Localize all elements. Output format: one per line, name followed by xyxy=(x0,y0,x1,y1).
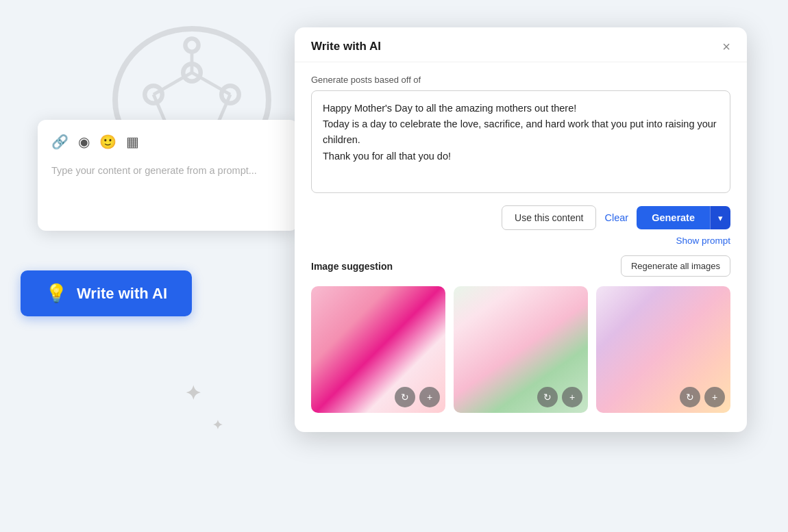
generate-label: Generate posts based off of xyxy=(311,75,730,85)
image-3-overlay: ↻ + xyxy=(680,387,725,407)
editor-placeholder: Type your content or generate from a pro… xyxy=(51,160,284,217)
write-ai-label: Write with AI xyxy=(77,285,167,303)
ai-modal: Write with AI × Generate posts based off… xyxy=(295,27,747,432)
editor-card: 🔗 ◉ 🙂 ▦ Type your content or generate fr… xyxy=(38,120,298,231)
modal-title: Write with AI xyxy=(311,40,381,53)
image-thumb-3: ↻ + xyxy=(596,286,730,413)
image-thumb-2: ↻ + xyxy=(454,286,588,413)
image-section-header: Image suggestion Regenerate all images xyxy=(311,255,730,277)
link-icon[interactable]: 🔗 xyxy=(51,134,69,150)
svg-point-11 xyxy=(185,38,198,51)
modal-close-button[interactable]: × xyxy=(722,40,730,53)
image-3-refresh-button[interactable]: ↻ xyxy=(680,387,700,407)
modal-body: Generate posts based off of Happy Mother… xyxy=(295,62,747,196)
generate-btn-group: Generate ▾ xyxy=(637,206,730,229)
modal-header: Write with AI × xyxy=(295,27,747,62)
image-2-add-button[interactable]: + xyxy=(562,387,582,407)
write-ai-button[interactable]: 💡 Write with AI xyxy=(21,270,192,316)
action-row: Use this content Clear Generate ▾ xyxy=(295,205,747,230)
image-1-refresh-button[interactable]: ↻ xyxy=(395,387,415,407)
sparkle-small: ✦ xyxy=(212,418,223,433)
sparkle-large: ✦ xyxy=(185,382,201,405)
generate-textarea[interactable]: Happy Mother's Day to all the amazing mo… xyxy=(311,90,730,193)
image-3-add-button[interactable]: + xyxy=(704,387,725,407)
image-2-overlay: ↻ + xyxy=(537,387,582,407)
image-section: Image suggestion Regenerate all images ↻… xyxy=(295,246,747,413)
use-content-button[interactable]: Use this content xyxy=(502,205,596,230)
grid-icon[interactable]: ▦ xyxy=(126,134,139,150)
regenerate-all-button[interactable]: Regenerate all images xyxy=(621,255,730,277)
image-2-refresh-button[interactable]: ↻ xyxy=(537,387,558,407)
show-prompt-link[interactable]: Show prompt xyxy=(676,236,730,246)
bulb-icon: 💡 xyxy=(45,283,67,304)
editor-toolbar: 🔗 ◉ 🙂 ▦ xyxy=(51,134,284,150)
show-prompt-row: Show prompt xyxy=(295,230,747,246)
image-1-add-button[interactable]: + xyxy=(419,387,440,407)
generate-button[interactable]: Generate xyxy=(637,206,710,229)
svg-line-6 xyxy=(192,73,230,94)
image-thumb-1: ↻ + xyxy=(311,286,445,413)
image-grid: ↻ + ↻ + ↻ + xyxy=(311,286,730,413)
clear-button[interactable]: Clear xyxy=(604,212,628,223)
image-1-overlay: ↻ + xyxy=(395,387,440,407)
svg-line-5 xyxy=(153,73,192,94)
rss-icon[interactable]: ◉ xyxy=(78,134,90,150)
emoji-icon[interactable]: 🙂 xyxy=(99,134,116,150)
generate-dropdown-button[interactable]: ▾ xyxy=(710,206,730,229)
image-section-title: Image suggestion xyxy=(311,261,393,272)
